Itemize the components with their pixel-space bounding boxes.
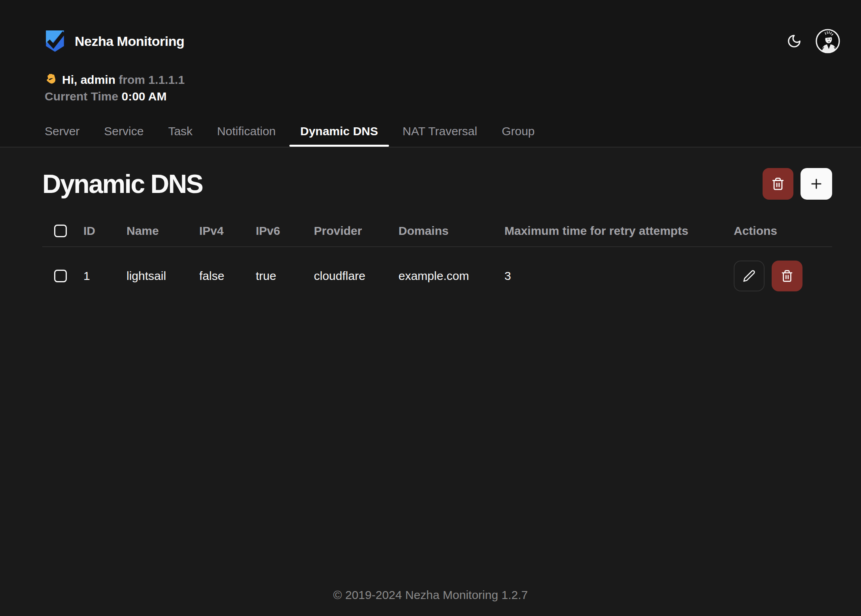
cell-ipv6: true bbox=[256, 269, 314, 283]
tab-task[interactable]: Task bbox=[168, 125, 193, 147]
col-header-max-retry: Maximum time for retry attempts bbox=[504, 224, 734, 238]
cell-ipv4: false bbox=[199, 269, 256, 283]
main-content: Dynamic DNS ID Name IPv4 IPv6 Provider bbox=[0, 147, 861, 588]
nav-tabs: Server Service Task Notification Dynamic… bbox=[45, 125, 840, 147]
col-header-ipv6: IPv6 bbox=[256, 224, 314, 238]
header-actions bbox=[787, 28, 840, 54]
copyright-text: © 2019-2024 Nezha Monitoring 1.2.7 bbox=[333, 588, 528, 601]
cell-max-retry: 3 bbox=[504, 269, 734, 283]
tab-nat-traversal[interactable]: NAT Traversal bbox=[402, 125, 477, 147]
cell-id: 1 bbox=[83, 269, 127, 283]
col-header-domains: Domains bbox=[398, 224, 504, 238]
site-header: Nezha Monitoring bbox=[0, 0, 861, 147]
header-select-cell bbox=[42, 225, 83, 237]
page-title: Dynamic DNS bbox=[42, 169, 202, 199]
bulk-delete-button[interactable] bbox=[763, 168, 793, 200]
col-header-name: Name bbox=[127, 224, 199, 238]
current-time-line: Current Time 0:00 AM bbox=[45, 88, 840, 105]
cell-provider: cloudflare bbox=[314, 269, 398, 283]
tab-server[interactable]: Server bbox=[45, 125, 79, 147]
nezha-logo-icon bbox=[45, 30, 65, 53]
cell-domains: example.com bbox=[398, 269, 504, 283]
plus-icon bbox=[809, 176, 824, 191]
header-top: Nezha Monitoring bbox=[45, 28, 840, 54]
greeting-from: from 1.1.1.1 bbox=[119, 73, 185, 86]
delete-record-button[interactable] bbox=[772, 261, 802, 291]
pencil-icon bbox=[743, 270, 755, 282]
cell-actions bbox=[734, 261, 832, 291]
title-row: Dynamic DNS bbox=[42, 168, 832, 200]
col-header-id: ID bbox=[83, 224, 127, 238]
trash-icon bbox=[771, 177, 785, 191]
toolbar bbox=[763, 168, 832, 200]
page-footer: © 2019-2024 Nezha Monitoring 1.2.7 bbox=[0, 588, 861, 616]
greeting: Hi, admin from 1.1.1.1 Current Time 0:00… bbox=[45, 72, 840, 105]
greeting-user: Hi, admin bbox=[62, 73, 115, 86]
row-select-cell bbox=[42, 270, 83, 282]
theme-toggle-button[interactable] bbox=[787, 34, 802, 49]
tab-notification[interactable]: Notification bbox=[217, 125, 276, 147]
table-row: 1 lightsail false true cloudflare exampl… bbox=[42, 247, 832, 300]
trash-icon bbox=[781, 270, 793, 282]
ddns-table: ID Name IPv4 IPv6 Provider Domains Maxim… bbox=[42, 215, 832, 300]
brand-name: Nezha Monitoring bbox=[75, 34, 184, 49]
cell-name: lightsail bbox=[127, 269, 199, 283]
user-avatar[interactable] bbox=[815, 28, 840, 54]
current-time-value: 0:00 AM bbox=[122, 90, 167, 103]
col-header-provider: Provider bbox=[314, 224, 398, 238]
tab-group[interactable]: Group bbox=[502, 125, 534, 147]
col-header-actions: Actions bbox=[734, 224, 832, 238]
row-checkbox[interactable] bbox=[54, 270, 67, 282]
tab-service[interactable]: Service bbox=[104, 125, 144, 147]
current-time-label: Current Time bbox=[45, 90, 118, 103]
edit-record-button[interactable] bbox=[734, 261, 765, 291]
add-record-button[interactable] bbox=[801, 168, 832, 200]
moon-icon bbox=[787, 34, 802, 49]
greeting-line: Hi, admin from 1.1.1.1 bbox=[45, 72, 840, 88]
table-header-row: ID Name IPv4 IPv6 Provider Domains Maxim… bbox=[42, 215, 832, 247]
waving-hand-icon bbox=[45, 72, 58, 85]
col-header-ipv4: IPv4 bbox=[199, 224, 256, 238]
brand: Nezha Monitoring bbox=[45, 30, 184, 53]
tab-dynamic-dns[interactable]: Dynamic DNS bbox=[300, 125, 378, 147]
select-all-checkbox[interactable] bbox=[54, 225, 67, 237]
